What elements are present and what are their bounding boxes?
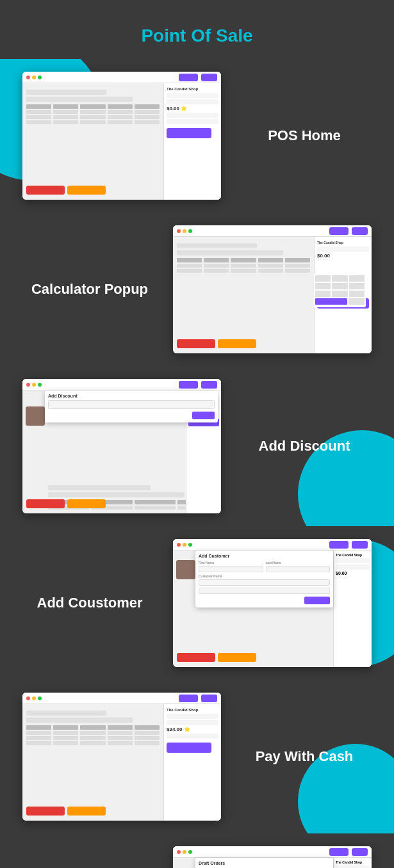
screenshot-calculator-popup: The Candid Shop $0.00: [173, 225, 372, 353]
section-pay-with-cash: The Candid Shop $24.00 ⭐ Pay With Cash: [0, 680, 394, 833]
product-image-2: [176, 560, 195, 579]
section-add-customer: Add Customer First Name Last Name: [0, 526, 394, 680]
label-calculator-popup: Calculator Popup: [6, 268, 173, 310]
screenshot-add-customer: Add Customer First Name Last Name: [173, 539, 372, 667]
section-calculator-popup: The Candid Shop $0.00: [0, 213, 394, 366]
page-title: Point Of Sale: [141, 26, 252, 45]
label-add-customer: Add Coustomer: [6, 582, 173, 624]
screenshot-pos-home: The Candid Shop $0.00 ⭐: [22, 72, 221, 200]
screenshot-draft-orders: Draft Orders Order 1 Customer Name Order…: [173, 846, 372, 868]
header: Point Of Sale: [0, 0, 394, 59]
screenshot-add-discount: Add Discount: [22, 379, 221, 513]
section-draft-orders: Draft Orders Order 1 Customer Name Order…: [0, 833, 394, 868]
label-pos-home: POS Home: [221, 115, 388, 157]
product-image: [26, 406, 45, 426]
section-pos-home: The Candid Shop $0.00 ⭐ POS Home: [0, 59, 394, 213]
section-add-discount: Add Discount: [0, 366, 394, 526]
label-add-discount: Add Discount: [221, 425, 388, 467]
label-pay-with-cash: Pay With Cash: [221, 735, 388, 778]
screenshot-pay-with-cash: The Candid Shop $24.00 ⭐: [22, 693, 221, 821]
